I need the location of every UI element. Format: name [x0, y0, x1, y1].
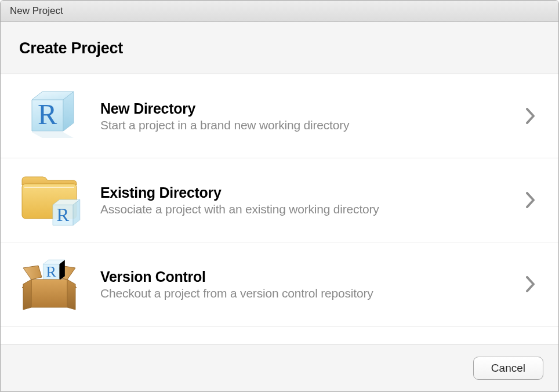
window-titlebar: New Project — [1, 1, 558, 22]
svg-text:R: R — [38, 98, 57, 130]
option-description: Start a project in a brand new working d… — [100, 118, 519, 132]
window-title: New Project — [10, 5, 63, 16]
dialog-header: Create Project — [1, 22, 558, 74]
option-version-control[interactable]: R Version Control Checkout a project fro… — [1, 242, 558, 326]
svg-marker-22 — [23, 280, 31, 310]
option-description: Associate a project with an existing wor… — [100, 202, 519, 216]
svg-text:R: R — [46, 263, 57, 280]
option-title: Existing Directory — [100, 184, 519, 201]
option-title: New Directory — [100, 100, 519, 117]
option-new-directory[interactable]: R New Directory Start a project in a bra… — [1, 74, 558, 158]
svg-marker-21 — [67, 280, 75, 310]
box-cube-icon: R — [14, 255, 84, 313]
r-cube-icon: R — [14, 87, 84, 145]
option-description: Checkout a project from a version contro… — [100, 286, 519, 300]
chevron-right-icon — [519, 276, 542, 292]
option-title: Version Control — [100, 268, 519, 285]
option-text: Existing Directory Associate a project w… — [84, 184, 519, 216]
dialog-footer: Cancel — [1, 344, 558, 391]
svg-marker-11 — [23, 266, 42, 280]
option-text: New Directory Start a project in a brand… — [84, 100, 519, 132]
chevron-right-icon — [519, 192, 542, 208]
option-list: R New Directory Start a project in a bra… — [1, 74, 558, 326]
cancel-button[interactable]: Cancel — [473, 357, 543, 380]
svg-rect-6 — [24, 187, 74, 188]
option-existing-directory[interactable]: R Existing Directory Associate a project… — [1, 158, 558, 242]
folder-cube-icon: R — [14, 171, 84, 229]
svg-marker-20 — [31, 280, 67, 307]
svg-text:R: R — [57, 204, 70, 225]
page-title: Create Project — [19, 39, 540, 57]
option-text: Version Control Checkout a project from … — [84, 268, 519, 300]
svg-marker-0 — [32, 132, 74, 138]
chevron-right-icon — [519, 108, 542, 124]
